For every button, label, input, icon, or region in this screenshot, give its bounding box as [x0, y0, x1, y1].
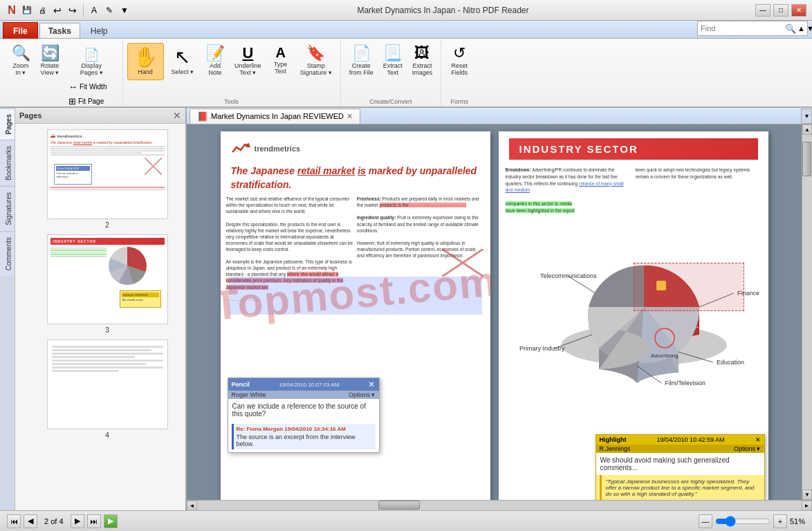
play-button[interactable]: ▶	[104, 514, 118, 528]
forms-group-label: Forms	[450, 98, 468, 106]
scroll-thumb[interactable]	[802, 142, 811, 176]
highlight-annotation[interactable]: Highlight 19/04/2010 10:42:59 AM ✕ R.Jen…	[596, 434, 765, 500]
reset-fields-label: ResetFields	[451, 62, 468, 76]
h-scroll-track[interactable]	[197, 501, 802, 510]
tab-pages[interactable]: Pages	[0, 108, 15, 140]
ann-pencil-close[interactable]: ✕	[368, 380, 375, 389]
prev-page-button[interactable]: ◀	[24, 514, 37, 528]
fit-width-button[interactable]: ↔ Fit Width	[65, 80, 118, 93]
search-next-icon[interactable]: ▼	[806, 24, 812, 32]
reset-fields-icon: ↺	[453, 46, 465, 61]
reset-fields-button[interactable]: ↺ ResetFields	[445, 43, 473, 79]
ann-hl-close[interactable]: ✕	[755, 436, 761, 443]
rotate-icon: 🔄	[41, 46, 59, 61]
rotate-view-button[interactable]: 🔄 RotateView ▾	[36, 43, 64, 79]
page-of: of	[50, 517, 59, 525]
page-thumb-2[interactable]: ⛰ trendmetrics The Japanese retail marke…	[35, 129, 180, 229]
panel-title: Pages	[19, 111, 41, 120]
scroll-left-button[interactable]: ◄	[187, 501, 197, 511]
ann-hl-options[interactable]: Options ▾	[734, 445, 761, 452]
pie-chart-container: Finance Telecommunications Education Fil…	[499, 217, 768, 397]
add-note-button[interactable]: 📝 AddNote	[201, 43, 229, 79]
nitro-logo: N	[6, 4, 18, 17]
zoom-in-label: ZoomIn ▾	[12, 62, 28, 76]
pdf-tab-close[interactable]: ✕	[347, 112, 353, 121]
page2-col1: The market size and relative affluence o…	[226, 196, 354, 303]
redo-icon[interactable]: ↪	[66, 4, 79, 17]
page3-col2: been quick to adopt new technologies but…	[636, 167, 762, 214]
search-prev-icon[interactable]: ▲	[797, 24, 805, 32]
underline-button[interactable]: U UnderlineText ▾	[230, 43, 266, 79]
ann-pencil-reply-body: The source is an excerpt from the interv…	[237, 434, 373, 447]
page-thumb-3[interactable]: INDUSTRY SECTOR	[35, 234, 180, 334]
stamp-button[interactable]: 🔖 StampSignature ▾	[296, 43, 336, 79]
zoom-in-status-button[interactable]: +	[773, 514, 787, 528]
first-page-button[interactable]: ⏮	[7, 514, 21, 528]
search-input[interactable]	[701, 24, 784, 32]
create-from-button[interactable]: 📄 Createfrom File	[345, 43, 378, 79]
qa-icon-2[interactable]: ✎	[103, 4, 116, 17]
ribbon-group-create: 📄 Createfrom File 📃 ExtractText 🖼 Extrac…	[341, 40, 442, 106]
select-button[interactable]: ↖ Select ▾	[165, 43, 201, 80]
type-text-label: TypeText	[274, 61, 288, 75]
h-scroll-thumb[interactable]	[378, 501, 420, 510]
hand-button[interactable]: ✋ Hand	[127, 43, 164, 80]
close-button[interactable]: ✕	[791, 4, 806, 17]
create-from-icon: 📄	[352, 46, 371, 61]
pdf-page-2: trendmetrics The Japanese retail market …	[221, 131, 490, 500]
page-thumb-img-4	[47, 339, 168, 429]
last-page-button[interactable]: ⏭	[87, 514, 101, 528]
minimize-button[interactable]: —	[755, 4, 771, 17]
tab-signatures[interactable]: Signatures	[0, 186, 15, 231]
undo-icon[interactable]: ↩	[51, 4, 64, 17]
horizontal-scrollbar[interactable]: ◄ ►	[187, 500, 812, 510]
page3-columns: Breakdown: Advertising/PR continues to d…	[499, 167, 768, 214]
pdf-tab-main[interactable]: 📕 Market Dynamics In Japan REVIEWED ✕	[190, 109, 360, 124]
tab-bookmarks[interactable]: Bookmarks	[0, 140, 15, 186]
ann-pencil-options[interactable]: Options ▾	[349, 391, 376, 398]
tab-help[interactable]: Help	[82, 23, 117, 38]
panel-close-button[interactable]: ✕	[173, 110, 181, 121]
tab-file[interactable]: File	[3, 22, 38, 39]
fit-page-button[interactable]: ⊞ Fit Page	[65, 95, 118, 108]
pages-list: ⛰ trendmetrics The Japanese retail marke…	[29, 124, 185, 510]
ann-hl-subheader: R.Jennings Options ▾	[596, 445, 764, 453]
zoom-in-button[interactable]: 🔍 ZoomIn ▾	[7, 43, 35, 79]
ann-pencil-reply-header: Re: Fiona Morgan 19/04/2010 10:34:16 AM	[237, 426, 373, 432]
scroll-down-button[interactable]: ▼	[802, 490, 812, 500]
ann-pencil-date: 19/04/2010 10:07:03 AM	[279, 382, 339, 388]
logo: trendmetrics	[231, 142, 480, 156]
tab-tasks[interactable]: Tasks	[39, 23, 80, 38]
page-thumb-4[interactable]: 4	[35, 339, 180, 439]
page-label-2: 2	[105, 221, 109, 229]
pencil-annotation[interactable]: Pencil 19/04/2010 10:07:03 AM ✕ Roger Wh…	[228, 378, 380, 453]
scroll-right-button[interactable]: ►	[802, 501, 812, 511]
vertical-scrollbar[interactable]: ▲ ▼	[802, 124, 812, 500]
tab-scroll-button[interactable]: ▾	[801, 109, 812, 124]
maximize-button[interactable]: □	[773, 4, 788, 17]
type-text-button[interactable]: A TypeText	[267, 43, 295, 77]
select-icon: ↖	[174, 48, 190, 67]
svg-marker-2	[245, 143, 250, 147]
left-panel: Pages Bookmarks Signatures Comments Page…	[0, 108, 187, 510]
extract-text-button[interactable]: 📃 ExtractText	[379, 43, 407, 79]
qa-icon-3[interactable]: ▼	[118, 4, 131, 17]
ann-hl-author: R.Jennings	[600, 445, 631, 452]
scroll-track[interactable]	[802, 135, 812, 490]
ann-hl-quote: "Typical Japanese businesses are highly …	[600, 475, 761, 500]
display-pages-button[interactable]: 📄 DisplayPages ▾	[65, 46, 118, 79]
save-icon[interactable]: 💾	[21, 4, 33, 17]
svg-text:Advertising: Advertising	[651, 353, 679, 359]
search-icon[interactable]: 🔍	[785, 24, 796, 34]
scroll-up-button[interactable]: ▲	[802, 124, 812, 135]
next-page-button[interactable]: ▶	[71, 514, 84, 528]
svg-text:Telecommunications: Telecommunications	[540, 272, 597, 279]
qa-icon-1[interactable]: A	[88, 4, 100, 17]
extract-images-button[interactable]: 🖼 ExtractImages	[408, 43, 437, 79]
zoom-slider[interactable]	[715, 516, 771, 527]
title-bar: N 💾 🖨 ↩ ↪ A ✎ ▼ Market Dynamics In Japan…	[0, 0, 812, 21]
pdf-scroll-area[interactable]: trendmetrics The Japanese retail market …	[187, 124, 802, 500]
zoom-out-button[interactable]: —	[699, 514, 712, 528]
tab-comments[interactable]: Comments	[0, 231, 15, 276]
print-icon[interactable]: 🖨	[36, 4, 48, 17]
